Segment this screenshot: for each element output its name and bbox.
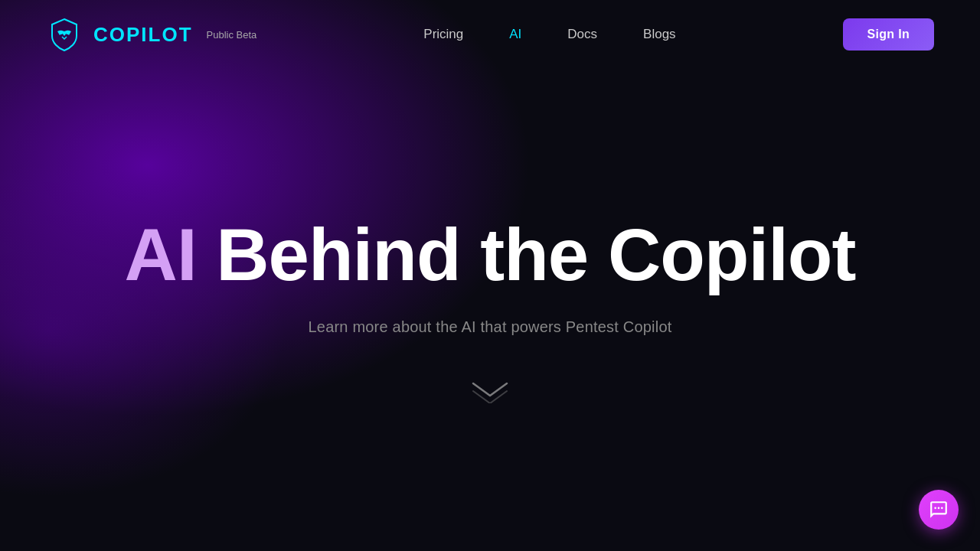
chat-bubble-button[interactable] [919, 490, 959, 530]
nav-links: Pricing AI Docs Blogs [423, 27, 675, 42]
svg-point-4 [941, 507, 943, 510]
hero-title: AI Behind the Copilot [125, 217, 856, 294]
scroll-down-chevron[interactable] [469, 379, 511, 403]
hero-title-rest: Behind the Copilot [197, 214, 856, 295]
nav-link-blogs[interactable]: Blogs [643, 27, 676, 42]
nav-link-pricing[interactable]: Pricing [423, 27, 463, 42]
beta-label: Public Beta [207, 29, 257, 41]
navbar: COPILOT Public Beta Pricing AI Docs Blog… [0, 0, 980, 69]
chat-icon [929, 500, 949, 520]
nav-cta: Sign In [843, 18, 934, 51]
nav-link-docs[interactable]: Docs [567, 27, 597, 42]
hero-title-ai: AI [125, 214, 197, 295]
svg-point-3 [938, 507, 940, 510]
nav-logo-area: COPILOT Public Beta [46, 16, 256, 53]
copilot-logo-icon [46, 16, 83, 53]
hero-subtitle: Learn more about the AI that powers Pent… [309, 318, 672, 336]
sign-in-button[interactable]: Sign In [843, 18, 934, 51]
svg-point-1 [66, 31, 69, 34]
nav-link-ai[interactable]: AI [509, 27, 521, 42]
hero-section: AI Behind the Copilot Learn more about t… [0, 69, 980, 551]
svg-point-0 [60, 31, 63, 34]
logo-text: COPILOT [93, 23, 193, 47]
svg-point-2 [934, 507, 936, 510]
